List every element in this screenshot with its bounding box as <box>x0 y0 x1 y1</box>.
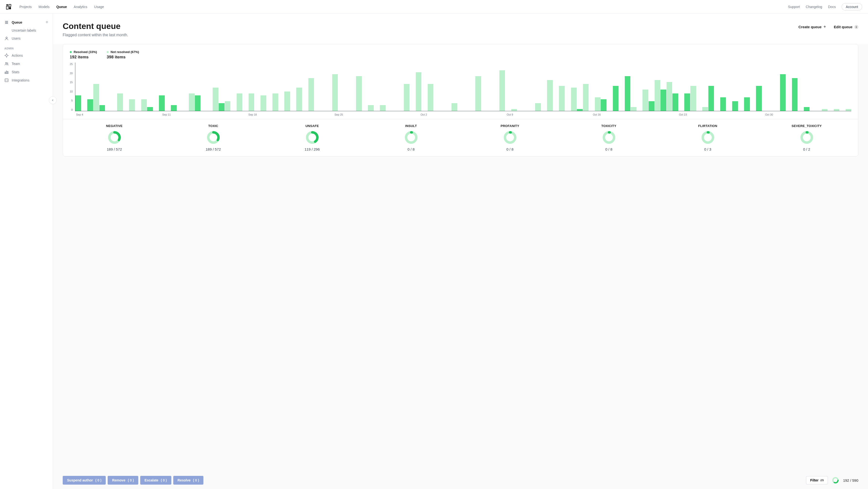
topnav-right: SupportChangelogDocs Account <box>788 3 862 10</box>
svg-point-23 <box>505 132 515 143</box>
svg-rect-0 <box>6 4 8 6</box>
bar-group <box>660 62 672 111</box>
bar-group <box>577 62 589 111</box>
sidebar-item-label: Users <box>12 36 21 40</box>
donut-icon <box>702 131 714 144</box>
topnav-link-models[interactable]: Models <box>39 5 50 9</box>
account-button[interactable]: Account <box>841 3 862 10</box>
category-count: 189 / 572 <box>166 147 261 151</box>
plus-icon[interactable]: + <box>45 20 49 25</box>
bar-group <box>708 62 720 111</box>
category-severe_toxicity[interactable]: SEVERE_TOXICITY 0 / 2 <box>757 124 856 151</box>
sidebar-item-label: Stats <box>12 70 20 74</box>
bar-group <box>672 62 684 111</box>
bar-group <box>792 62 804 111</box>
filter-button[interactable]: Filter <box>806 476 828 484</box>
chevron-left-icon <box>51 98 55 102</box>
topnav-link-docs[interactable]: Docs <box>828 5 836 9</box>
queue-icon <box>4 20 9 25</box>
bar-group <box>684 62 696 111</box>
category-count: 189 / 572 <box>67 147 162 151</box>
sidebar-queue-header[interactable]: Queue + <box>0 18 53 27</box>
sidebar-item-integrations[interactable]: Integrations <box>0 76 53 84</box>
page-header: Content queue Flagged content within the… <box>53 13 868 44</box>
category-count: 0 / 2 <box>759 147 854 151</box>
total-count: 192 / 590 <box>843 478 858 483</box>
bar-group <box>219 62 230 111</box>
suspend-author-button[interactable]: Suspend author( 0 ) <box>63 476 106 485</box>
category-toxicity[interactable]: TOXICITY 0 / 8 <box>559 124 658 151</box>
bar-group <box>828 62 839 111</box>
bar-group <box>230 62 242 111</box>
svg-point-9 <box>7 63 8 64</box>
bar-group <box>326 62 338 111</box>
plus-icon: + <box>824 24 826 29</box>
bar-group <box>374 62 385 111</box>
bar-group <box>625 62 637 111</box>
page-title: Content queue <box>63 21 799 31</box>
category-count: 119 / 296 <box>265 147 360 151</box>
topnav-link-support[interactable]: Support <box>788 5 800 9</box>
chart-bars <box>75 62 851 111</box>
sidebar-item-actions[interactable]: Actions <box>0 51 53 60</box>
svg-rect-10 <box>5 72 6 74</box>
collapse-sidebar-button[interactable] <box>49 96 57 104</box>
sidebar: Queue + Uncertain labelsUsers ADMIN Acti… <box>0 13 53 489</box>
topnav-link-queue[interactable]: Queue <box>56 5 67 9</box>
category-label: INSULT <box>364 124 459 128</box>
bar-group <box>541 62 553 111</box>
topnav-link-usage[interactable]: Usage <box>94 5 104 9</box>
escalate-button[interactable]: Escalate( 0 ) <box>140 476 171 485</box>
topnav-link-projects[interactable]: Projects <box>20 5 32 9</box>
sidebar-item-team[interactable]: Team <box>0 60 53 68</box>
bar-group <box>386 62 398 111</box>
category-toxic[interactable]: TOXIC 189 / 572 <box>164 124 263 151</box>
bar-group <box>207 62 218 111</box>
bottom-bar: Suspend author( 0 )Remove( 0 )Escalate( … <box>53 471 868 489</box>
sidebar-item-uncertain-labels[interactable]: Uncertain labels <box>0 27 53 34</box>
category-negative[interactable]: NEGATIVE 189 / 572 <box>65 124 164 151</box>
svg-point-32 <box>822 480 822 480</box>
bar-group <box>338 62 350 111</box>
svg-rect-2 <box>6 6 8 9</box>
chart-legend: Resolved (33%) 192 items Not resolved (6… <box>70 50 851 60</box>
bar-group <box>75 62 87 111</box>
topnav-links: ProjectsModelsQueueAnalyticsUsage <box>20 5 104 9</box>
bar-group <box>482 62 493 111</box>
main-content: Content queue Flagged content within the… <box>53 13 868 489</box>
queue-card: Resolved (33%) 192 items Not resolved (6… <box>63 44 858 156</box>
topnav-link-changelog[interactable]: Changelog <box>806 5 822 9</box>
legend-resolved: Resolved (33%) 192 items <box>70 50 97 60</box>
bars-icon <box>4 70 9 74</box>
topnav-link-analytics[interactable]: Analytics <box>74 5 87 9</box>
bar-group <box>613 62 624 111</box>
svg-point-33 <box>823 480 824 481</box>
svg-point-7 <box>6 37 7 38</box>
category-row: NEGATIVE 189 / 572TOXIC 189 / 572UNSAFE … <box>63 119 858 156</box>
y-axis: 2520151050 <box>70 62 75 111</box>
svg-point-21 <box>406 132 416 143</box>
bar-group <box>804 62 815 111</box>
sidebar-queue-label: Queue <box>12 21 42 24</box>
bar-group <box>278 62 290 111</box>
donut-icon <box>801 131 813 144</box>
sidebar-item-label: Uncertain labels <box>12 28 36 32</box>
bar-group <box>434 62 445 111</box>
category-unsafe[interactable]: UNSAFE 119 / 296 <box>263 124 362 151</box>
category-flirtation[interactable]: FLIRTATION 0 / 3 <box>658 124 757 151</box>
edit-queue-button[interactable]: Edit queue <box>834 25 858 29</box>
sidebar-item-users[interactable]: Users <box>0 34 53 42</box>
bar-group <box>159 62 170 111</box>
category-insult[interactable]: INSULT 0 / 8 <box>362 124 461 151</box>
bar-group <box>398 62 409 111</box>
sidebar-item-stats[interactable]: Stats <box>0 68 53 76</box>
user-icon <box>4 36 9 40</box>
remove-button[interactable]: Remove( 0 ) <box>107 476 138 485</box>
create-queue-button[interactable]: Create queue + <box>799 24 826 29</box>
bar-group <box>565 62 577 111</box>
cursor-icon <box>4 53 9 58</box>
resolve-button[interactable]: Resolve( 0 ) <box>173 476 204 485</box>
category-profanity[interactable]: PROFANITY 0 / 8 <box>461 124 559 151</box>
sliders-icon <box>820 479 824 482</box>
category-label: PROFANITY <box>462 124 557 128</box>
